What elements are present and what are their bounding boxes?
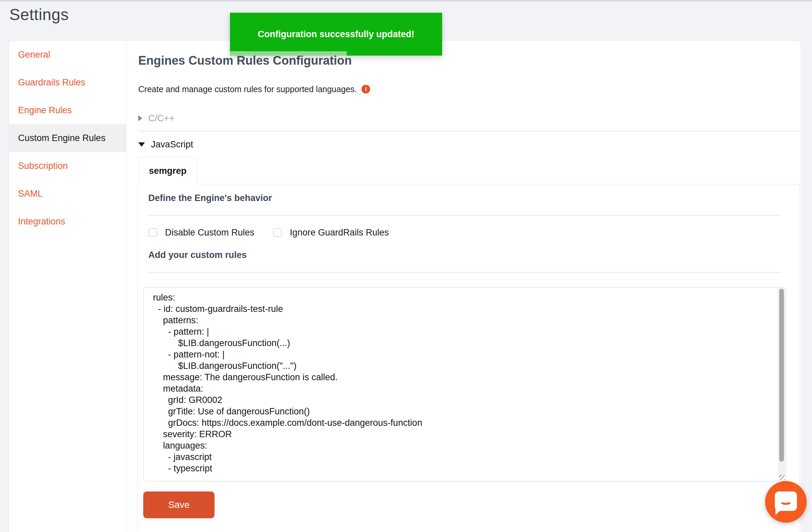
settings-card: General Guardrails Rules Engine Rules Cu…: [9, 41, 801, 532]
sidebar-item-saml[interactable]: SAML: [9, 180, 126, 208]
chat-launcher-button[interactable]: [765, 481, 807, 523]
tab-label: semgrep: [149, 166, 187, 176]
behavior-heading: Define the Engine's behavior: [148, 193, 272, 204]
caret-down-icon: [138, 142, 145, 147]
language-section-javascript[interactable]: JavaScript: [138, 138, 193, 151]
editor-resize-grip[interactable]: [779, 475, 785, 480]
editor-scrollbar-track[interactable]: [778, 288, 785, 476]
language-label: JavaScript: [151, 139, 193, 150]
chat-bubble-icon: [775, 491, 797, 511]
success-toast: Configuration successfully updated!: [230, 13, 442, 56]
sidebar-item-custom-engine-rules[interactable]: Custom Engine Rules: [9, 124, 126, 152]
toast-message: Configuration successfully updated!: [258, 29, 415, 40]
main-content: Engines Custom Rules Configuration Creat…: [127, 41, 801, 532]
info-icon[interactable]: i: [362, 85, 370, 94]
sidebar-item-general[interactable]: General: [9, 41, 126, 69]
custom-rules-editor-wrap: rules: - id: custom-guardrails-test-rule…: [143, 287, 786, 481]
panel-divider: [148, 215, 781, 216]
sidebar-item-integrations[interactable]: Integrations: [9, 208, 126, 236]
custom-rules-editor[interactable]: rules: - id: custom-guardrails-test-rule…: [143, 287, 786, 481]
engine-config-panel: Define the Engine's behavior Disable Cus…: [137, 184, 800, 532]
ignore-guardrails-rules-label[interactable]: Ignore GuardRails Rules: [290, 227, 389, 238]
section-divider: [138, 131, 800, 131]
save-button[interactable]: Save: [143, 491, 215, 518]
language-label: C/C++: [148, 113, 174, 124]
sidebar-item-subscription[interactable]: Subscription: [9, 152, 126, 180]
section-subtitle: Create and manage custom rules for suppo…: [138, 84, 357, 94]
sidebar-item-guardrails-rules[interactable]: Guardrails Rules: [9, 69, 126, 97]
settings-sidebar: General Guardrails Rules Engine Rules Cu…: [9, 41, 127, 532]
page-title: Settings: [9, 5, 69, 25]
chat-smile-icon: [780, 498, 792, 505]
toast-progress-bar: [230, 51, 347, 56]
sidebar-item-engine-rules[interactable]: Engine Rules: [9, 97, 126, 124]
panel-divider: [148, 272, 781, 273]
behavior-options-row: Disable Custom Rules Ignore GuardRails R…: [148, 223, 389, 242]
section-subtitle-row: Create and manage custom rules for suppo…: [138, 84, 370, 95]
language-section-c-cpp[interactable]: C/C++: [138, 112, 174, 125]
editor-scrollbar-thumb[interactable]: [779, 289, 784, 462]
disable-custom-rules-label[interactable]: Disable Custom Rules: [165, 227, 255, 238]
custom-rules-heading: Add your custom rules: [148, 250, 247, 260]
tab-semgrep[interactable]: semgrep: [138, 157, 197, 185]
window-top-strip: [0, 0, 812, 1]
caret-right-icon: [138, 115, 142, 121]
section-title: Engines Custom Rules Configuration: [138, 54, 352, 68]
ignore-guardrails-rules-checkbox[interactable]: [273, 228, 282, 237]
disable-custom-rules-checkbox[interactable]: [148, 228, 157, 237]
